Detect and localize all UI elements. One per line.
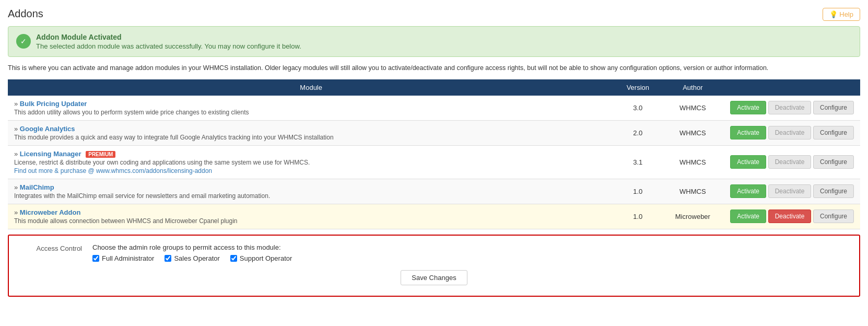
configure-button[interactable]: Configure [813,155,854,169]
table-row: Google AnalyticsThis module provides a q… [8,120,860,145]
configure-button[interactable]: Configure [813,209,854,223]
module-name-cell: Bulk Pricing UpdaterThis addon utility a… [8,96,614,121]
deactivate-button: Deactivate [768,155,812,169]
premium-badge: PREMIUM [86,151,115,158]
module-desc: This module allows connection between WH… [14,217,608,225]
access-checkbox-label: Sales Operator [174,254,219,262]
access-control-section: Access Control Choose the admin role gro… [8,235,860,297]
deactivate-button: Deactivate [768,126,812,139]
access-checkbox[interactable] [92,255,99,262]
version-cell: 2.0 [614,120,661,145]
module-link[interactable]: Find out more & purchase @ www.whmcs.com… [14,167,212,174]
access-checkbox-item[interactable]: Full Administrator [92,254,154,262]
configure-button[interactable]: Configure [813,101,854,114]
col-version: Version [614,79,661,96]
access-control-label: Access Control [19,243,82,252]
alert-title: Addon Module Activated [36,33,301,41]
version-cell: 1.0 [614,204,661,229]
table-row: Licensing Manager PREMIUMLicense, restri… [8,145,860,179]
help-button[interactable]: 💡 Help [823,8,860,21]
access-checkbox-item[interactable]: Support Operator [230,254,292,262]
module-name-cell: Microweber AddonThis module allows conne… [8,204,614,229]
col-actions [724,79,860,96]
page-title: Addons [8,8,860,20]
module-desc: Integrates with the MailChimp email serv… [14,192,608,200]
configure-button[interactable]: Configure [813,184,854,198]
access-checkbox[interactable] [230,255,237,262]
actions-cell: Activate Deactivate Configure [724,204,860,229]
module-name-cell: Licensing Manager PREMIUMLicense, restri… [8,145,614,179]
module-desc: License, restrict & distribute your own … [14,159,608,166]
save-changes-button[interactable]: Save Changes [401,270,467,285]
deactivate-button: Deactivate [768,101,812,114]
actions-cell: Activate Deactivate Configure [724,96,860,121]
version-cell: 1.0 [614,179,661,204]
module-name: MailChimp [14,183,54,191]
access-checkbox-label: Support Operator [240,254,292,262]
module-name-cell: MailChimpIntegrates with the MailChimp e… [8,179,614,204]
access-checkbox-label: Full Administrator [102,254,154,262]
table-row: Microweber AddonThis module allows conne… [8,204,860,229]
addons-table: Module Version Author Bulk Pricing Updat… [8,79,860,229]
version-cell: 3.0 [614,96,661,121]
module-name-cell: Google AnalyticsThis module provides a q… [8,120,614,145]
module-name: Bulk Pricing Updater [14,100,87,108]
author-cell: WHMCS [661,96,724,121]
activate-button[interactable]: Activate [730,155,766,169]
table-row: Bulk Pricing UpdaterThis addon utility a… [8,96,860,121]
module-name: Microweber Addon [14,208,80,216]
module-desc2: Find out more & purchase @ www.whmcs.com… [14,167,608,174]
author-cell: WHMCS [661,179,724,204]
activate-button[interactable]: Activate [730,209,766,223]
access-checkbox-item[interactable]: Sales Operator [165,254,219,262]
access-checkbox[interactable] [165,255,171,262]
info-text: This is where you can activate and manag… [8,63,860,73]
version-cell: 3.1 [614,145,661,179]
module-name: Google Analytics [14,125,75,133]
actions-cell: Activate Deactivate Configure [724,145,860,179]
access-control-desc: Choose the admin role groups to permit a… [92,243,849,251]
activate-button[interactable]: Activate [730,184,766,198]
deactivate-button: Deactivate [768,184,812,198]
activate-button[interactable]: Activate [730,126,766,139]
author-cell: WHMCS [661,145,724,179]
actions-cell: Activate Deactivate Configure [724,179,860,204]
table-row: MailChimpIntegrates with the MailChimp e… [8,179,860,204]
author-cell: Microweber [661,204,724,229]
success-alert: ✓ Addon Module Activated The selected ad… [8,26,860,57]
col-author: Author [661,79,724,96]
deactivate-button[interactable]: Deactivate [768,209,812,223]
configure-button[interactable]: Configure [813,126,854,139]
alert-message: The selected addon module was activated … [36,42,301,50]
actions-cell: Activate Deactivate Configure [724,120,860,145]
module-desc: This module provides a quick and easy wa… [14,134,608,141]
module-name: Licensing Manager [14,150,81,158]
col-module: Module [8,79,614,96]
author-cell: WHMCS [661,120,724,145]
activate-button[interactable]: Activate [730,101,766,114]
success-icon: ✓ [16,34,31,49]
module-desc: This addon utility allows you to perform… [14,109,608,116]
